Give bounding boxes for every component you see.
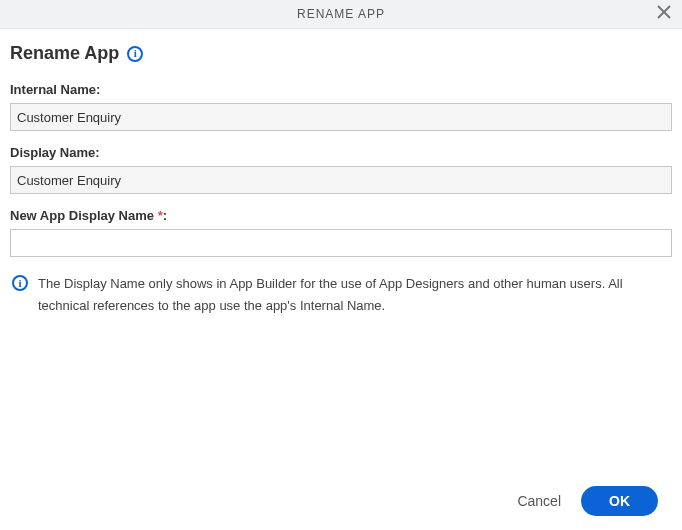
display-name-field: Display Name: (10, 145, 672, 194)
new-app-display-name-label: New App Display Name *: (10, 208, 672, 223)
dialog-header: Rename App i (10, 43, 672, 64)
info-block: i The Display Name only shows in App Bui… (10, 273, 672, 317)
dialog-footer: Cancel OK (0, 474, 682, 530)
info-icon: i (12, 275, 28, 291)
header-info-button[interactable]: i (127, 46, 143, 62)
rename-app-dialog: RENAME APP Rename App i Internal Name: D… (0, 0, 682, 530)
internal-name-label: Internal Name: (10, 82, 672, 97)
info-icon: i (134, 48, 137, 59)
new-app-display-name-field: New App Display Name *: (10, 208, 672, 257)
internal-name-input (10, 103, 672, 131)
info-text: The Display Name only shows in App Build… (38, 273, 670, 317)
display-name-input (10, 166, 672, 194)
ok-button[interactable]: OK (581, 486, 658, 516)
new-app-display-name-label-suffix: : (163, 208, 167, 223)
display-name-label: Display Name: (10, 145, 672, 160)
new-app-display-name-input[interactable] (10, 229, 672, 257)
cancel-button[interactable]: Cancel (513, 487, 565, 515)
close-button[interactable] (652, 2, 676, 26)
close-icon (657, 5, 671, 23)
dialog-content: Rename App i Internal Name: Display Name… (0, 29, 682, 474)
internal-name-field: Internal Name: (10, 82, 672, 131)
dialog-titlebar: RENAME APP (0, 0, 682, 29)
dialog-title: RENAME APP (297, 7, 385, 21)
page-title: Rename App (10, 43, 119, 64)
new-app-display-name-label-text: New App Display Name (10, 208, 158, 223)
